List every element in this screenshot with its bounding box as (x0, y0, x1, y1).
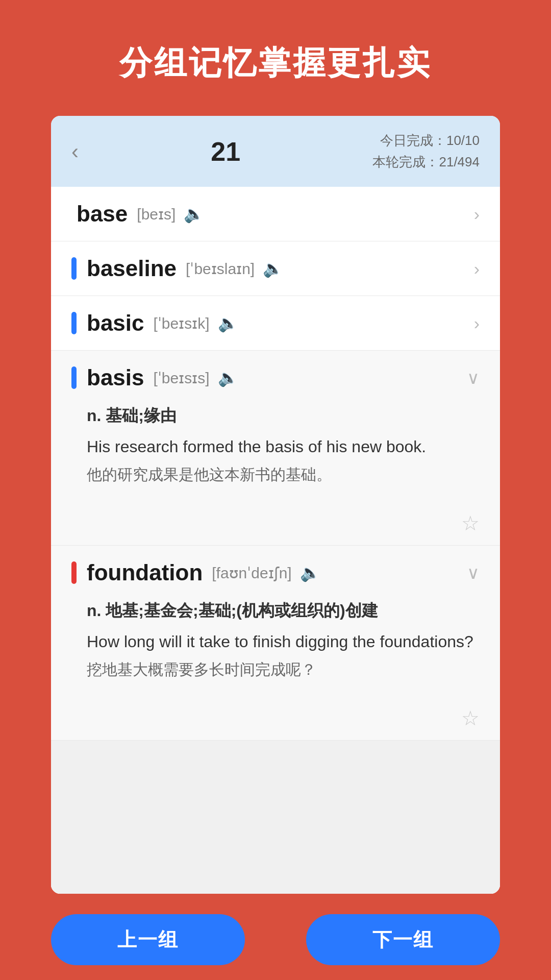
word-row-foundation[interactable]: foundation [faʊnˈdeɪʃn] 🔈 ∨ (51, 546, 500, 600)
sound-icon-base[interactable]: 🔈 (184, 204, 204, 224)
star-row-foundation: ☆ (51, 706, 500, 740)
phonetic-foundation: [faʊnˈdeɪʃn] (212, 564, 291, 582)
progress-info: 今日完成：10/10 本轮完成：21/494 (372, 130, 480, 173)
next-group-button[interactable]: 下一组 (306, 914, 500, 965)
word-item-baseline: baseline [ˈbeɪslaɪn] 🔈 › (51, 241, 500, 296)
star-row-basis: ☆ (51, 511, 500, 545)
word-text-basis: basis (87, 365, 144, 390)
sound-icon-foundation[interactable]: 🔈 (300, 563, 320, 582)
chevron-foundation: ∨ (467, 562, 480, 583)
star-button-basis[interactable]: ☆ (461, 511, 480, 535)
example-en-basis: His research formed the basis of his new… (87, 434, 480, 459)
star-button-foundation[interactable]: ☆ (461, 706, 480, 730)
empty-area (51, 741, 500, 894)
pos-foundation: n. 地基;基金会;基础;(机构或组织的)创建 (87, 600, 480, 622)
word-row-basic[interactable]: basic [ˈbeɪsɪk] 🔈 › (51, 296, 500, 350)
indicator-baseline (71, 257, 77, 280)
bottom-buttons: 上一组 下一组 (51, 894, 500, 980)
today-progress: 今日完成：10/10 (372, 130, 480, 152)
word-card-container: ‹ 21 今日完成：10/10 本轮完成：21/494 base [beɪs] … (51, 116, 500, 894)
phonetic-baseline: [ˈbeɪslaɪn] (186, 260, 255, 278)
card-header: ‹ 21 今日完成：10/10 本轮完成：21/494 (51, 116, 500, 187)
indicator-foundation (71, 561, 77, 584)
example-zh-basis: 他的研究成果是他这本新书的基础。 (87, 463, 480, 486)
indicator-basic (71, 312, 77, 334)
prev-group-button[interactable]: 上一组 (51, 914, 245, 965)
word-text-baseline: baseline (87, 256, 177, 281)
word-item-foundation: foundation [faʊnˈdeɪʃn] 🔈 ∨ n. 地基;基金会;基础… (51, 546, 500, 741)
phonetic-basis: [ˈbeɪsɪs] (154, 369, 210, 387)
example-zh-foundation: 挖地基大概需要多长时间完成呢？ (87, 658, 480, 681)
chevron-baseline: › (474, 259, 480, 279)
phonetic-base: [beɪs] (137, 205, 176, 223)
indicator-basis (71, 366, 77, 389)
definition-foundation: n. 地基;基金会;基础;(机构或组织的)创建 How long will it… (51, 600, 500, 706)
word-text-basic: basic (87, 310, 144, 336)
definition-basis: n. 基础;缘由 His research formed the basis o… (51, 405, 500, 511)
card-number: 21 (211, 136, 240, 167)
word-item-basic: basic [ˈbeɪsɪk] 🔈 › (51, 296, 500, 351)
word-item-base: base [beɪs] 🔈 › (51, 187, 500, 241)
chevron-basic: › (474, 313, 480, 333)
word-row-basis[interactable]: basis [ˈbeɪsɪs] 🔈 ∨ (51, 351, 500, 405)
word-text-foundation: foundation (87, 560, 203, 585)
word-row-base[interactable]: base [beɪs] 🔈 › (51, 187, 500, 241)
round-progress: 本轮完成：21/494 (372, 152, 480, 173)
example-en-foundation: How long will it take to finish digging … (87, 629, 480, 654)
word-item-basis: basis [ˈbeɪsɪs] 🔈 ∨ n. 基础;缘由 His researc… (51, 351, 500, 546)
sound-icon-basis[interactable]: 🔈 (218, 368, 238, 387)
word-text-base: base (77, 201, 128, 227)
word-list: base [beɪs] 🔈 › baseline [ˈbeɪslaɪn] 🔈 ›… (51, 187, 500, 894)
back-button[interactable]: ‹ (71, 141, 79, 162)
word-row-baseline[interactable]: baseline [ˈbeɪslaɪn] 🔈 › (51, 241, 500, 296)
page-title: 分组记忆掌握更扎实 (119, 41, 432, 85)
phonetic-basic: [ˈbeɪsɪk] (154, 314, 210, 332)
sound-icon-baseline[interactable]: 🔈 (263, 259, 283, 278)
sound-icon-basic[interactable]: 🔈 (218, 313, 238, 333)
pos-basis: n. 基础;缘由 (87, 405, 480, 427)
chevron-base: › (474, 204, 480, 224)
chevron-basis: ∨ (467, 368, 480, 388)
